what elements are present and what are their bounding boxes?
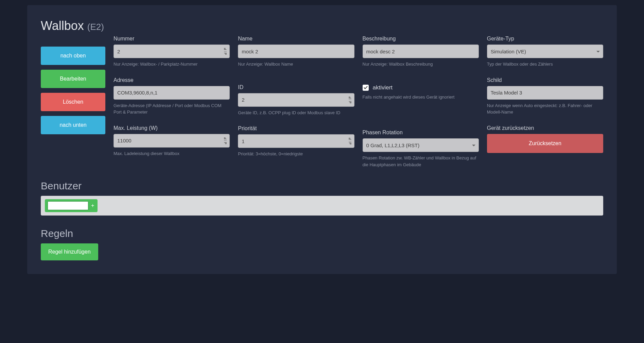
field-device-type-label: Geräte-Typ <box>487 36 603 42</box>
field-phase-rotation: Phasen Rotation 0 Grad, L1,L2,L3 (RST) P… <box>363 130 479 168</box>
field-number-help: Nur Anzeige: Wallbox- / Parkplatz-Nummer <box>114 61 230 68</box>
field-name: Name Nur Anzeige: Wallbox Name <box>238 36 354 68</box>
field-description: Beschreibung Nur Anzeige: Wallbox Beschr… <box>363 36 479 68</box>
field-max-power: Max. Leistung (W) Max. Ladeleistung dies… <box>114 125 230 157</box>
field-id-label: ID <box>238 84 354 90</box>
name-input[interactable] <box>238 45 354 58</box>
field-label-sign-label: Schild <box>487 77 603 83</box>
field-number: Nummer Nur Anzeige: Wallbox- / Parkplatz… <box>114 36 230 68</box>
user-add-pill: + <box>45 199 98 212</box>
number-input[interactable] <box>114 45 230 58</box>
field-id: ID Geräte ID, z.B. OCPP plug ID oder Mod… <box>238 84 354 116</box>
field-activated: aktiviert Falls nicht angehakt wird dies… <box>363 84 479 101</box>
field-description-label: Beschreibung <box>363 36 479 42</box>
delete-button[interactable]: Löschen <box>41 93 105 111</box>
form-col-4: Geräte-Typ Simulation (VE) Typ der Wallb… <box>487 36 603 153</box>
field-priority-help: Priorität: 3=höchste, 0=niedrigste <box>238 151 354 157</box>
move-up-button[interactable]: nach oben <box>41 47 105 65</box>
edit-button[interactable]: Bearbeiten <box>41 70 105 88</box>
field-id-help: Geräte ID, z.B. OCPP plug ID oder Modbus… <box>238 109 354 116</box>
form-col-3: Beschreibung Nur Anzeige: Wallbox Beschr… <box>363 36 479 168</box>
user-add-input[interactable] <box>48 201 88 210</box>
device-type-select[interactable]: Simulation (VE) <box>487 45 603 58</box>
field-phase-rotation-label: Phasen Rotation <box>363 130 479 136</box>
page-title-main: Wallbox <box>41 19 84 33</box>
address-input[interactable] <box>114 86 230 100</box>
field-address-label: Adresse <box>114 77 230 83</box>
id-input[interactable] <box>238 93 354 107</box>
rules-section-title: Regeln <box>41 228 603 239</box>
reset-button[interactable]: Zurücksetzen <box>487 134 603 153</box>
field-name-help: Nur Anzeige: Wallbox Name <box>238 61 354 68</box>
field-phase-rotation-help: Phasen Rotation zw. WB-Zähler und Wallbo… <box>363 155 479 168</box>
field-max-power-label: Max. Leistung (W) <box>114 125 230 131</box>
action-sidebar: nach oben Bearbeiten Löschen nach unten <box>41 36 105 134</box>
field-priority: Priorität Priorität: 3=höchste, 0=niedri… <box>238 125 354 157</box>
page-title: Wallbox (E2) <box>41 19 603 33</box>
field-reset: Gerät zurücksetzen Zurücksetzen <box>487 125 603 153</box>
field-description-help: Nur Anzeige: Wallbox Beschreibung <box>363 61 479 68</box>
description-input[interactable] <box>363 45 479 58</box>
main-grid: nach oben Bearbeiten Löschen nach unten … <box>41 36 603 168</box>
field-reset-label: Gerät zurücksetzen <box>487 125 603 131</box>
field-max-power-help: Max. Ladeleistung dieser Wallbox <box>114 150 230 157</box>
field-address-help: Geräte-Adresse (IP Addresse / Port oder … <box>114 102 230 116</box>
field-label-sign: Schild Nur Anzeige wenn Auto eingesteckt… <box>487 77 603 116</box>
wallbox-card: Wallbox (E2) nach oben Bearbeiten Lösche… <box>27 5 617 274</box>
field-activated-help: Falls nicht angehakt wird dieses Gerät i… <box>363 94 479 101</box>
form-col-1: Nummer Nur Anzeige: Wallbox- / Parkplatz… <box>114 36 230 157</box>
field-device-type: Geräte-Typ Simulation (VE) Typ der Wallb… <box>487 36 603 68</box>
max-power-input[interactable] <box>114 134 230 148</box>
move-down-button[interactable]: nach unten <box>41 116 105 134</box>
field-number-label: Nummer <box>114 36 230 42</box>
users-section-title: Benutzer <box>41 180 603 192</box>
phase-rotation-select[interactable]: 0 Grad, L1,L2,L3 (RST) <box>363 138 479 152</box>
field-priority-label: Priorität <box>238 125 354 132</box>
activated-label: aktiviert <box>373 84 393 91</box>
users-bar: + <box>41 196 603 216</box>
activated-checkbox[interactable] <box>363 85 369 91</box>
field-device-type-help: Typ der Wallbox oder des Zählers <box>487 61 603 68</box>
label-sign-input[interactable] <box>487 86 603 100</box>
add-rule-button[interactable]: Regel hinzufügen <box>41 243 98 260</box>
user-add-plus[interactable]: + <box>90 203 95 209</box>
field-label-sign-help: Nur Anzeige wenn Auto eingesteckt: z.B. … <box>487 102 603 116</box>
page-title-sub: (E2) <box>87 22 104 32</box>
check-icon <box>364 86 368 90</box>
field-address: Adresse Geräte-Adresse (IP Addresse / Po… <box>114 77 230 116</box>
priority-input[interactable] <box>238 134 354 148</box>
form-col-2: Name Nur Anzeige: Wallbox Name ID Geräte… <box>238 36 354 157</box>
field-name-label: Name <box>238 36 354 42</box>
